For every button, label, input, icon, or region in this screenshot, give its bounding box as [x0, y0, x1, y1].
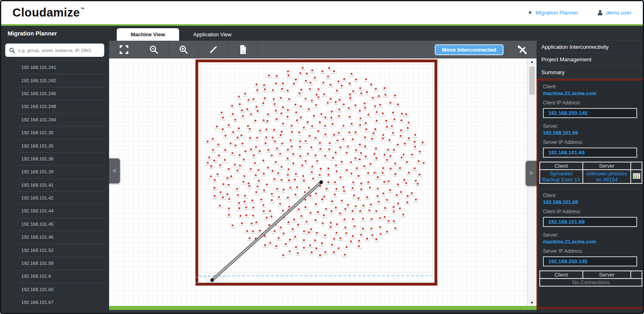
move-interconnected-button[interactable]: Move Interconnected [435, 44, 504, 55]
list-item[interactable]: 192.168.101.67 [1, 296, 109, 309]
svg-text:13.91.29: 13.91.29 [384, 162, 390, 163]
zoom-out-button[interactable] [139, 41, 169, 58]
svg-text:16.82.88: 16.82.88 [322, 217, 327, 218]
server-ip-field[interactable]: 192.168.101.69 [543, 148, 637, 158]
list-item[interactable]: 192.168.101.241 [1, 61, 109, 74]
search-input[interactable] [18, 48, 100, 53]
client-link[interactable]: 192.168.101.69 [543, 200, 639, 205]
topology-canvas[interactable]: 10.00.011.37.1312.64.2613.91.3914.28.521… [109, 58, 527, 306]
connection-tool-button[interactable] [198, 41, 228, 58]
client-process-link[interactable]: Symantec Backup Exec 15 [540, 170, 583, 183]
details-grid-icon[interactable] [633, 173, 640, 179]
svg-text:11.37.43: 11.37.43 [410, 156, 415, 158]
tab-application-view[interactable]: Application View [179, 28, 246, 41]
svg-text:13.91.99: 13.91.99 [318, 144, 323, 146]
svg-text:14.28.12: 14.28.12 [374, 241, 379, 243]
list-item[interactable]: 192.168.101.249 [1, 113, 109, 126]
scroll-thumb[interactable] [529, 67, 535, 95]
svg-text:18.46.14: 18.46.14 [343, 229, 348, 231]
client-ip-field[interactable]: 192.168.250.145 [543, 108, 637, 118]
svg-text:13.91.89: 13.91.89 [359, 95, 364, 97]
svg-text:19.73.47: 19.73.47 [273, 112, 279, 114]
svg-text:14.28.2: 14.28.2 [227, 210, 231, 212]
settings-tools-button[interactable] [508, 41, 537, 58]
svg-text:19.73.7: 19.73.7 [227, 171, 231, 172]
list-item[interactable]: 192.168.101.42 [1, 191, 109, 204]
svg-text:15.55.75: 15.55.75 [320, 245, 325, 247]
list-item[interactable]: 192.168.101.44 [1, 204, 109, 217]
svg-text:14.28.52: 14.28.52 [374, 213, 379, 214]
svg-text:16.82.38: 16.82.38 [293, 81, 299, 83]
list-item[interactable]: 192.168.101.248 [1, 100, 109, 113]
svg-text:15.55.25: 15.55.25 [312, 118, 317, 119]
fit-to-screen-button[interactable] [109, 41, 139, 58]
svg-text:15.55.65: 15.55.65 [292, 221, 297, 223]
server-link[interactable]: machine.21.acme.com [543, 239, 639, 245]
svg-text:15.55.75: 15.55.75 [221, 199, 226, 201]
svg-text:16.82.78: 16.82.78 [285, 112, 291, 113]
svg-text:12.64.86: 12.64.86 [270, 139, 275, 141]
list-item[interactable]: 192.168.101.58 [1, 257, 109, 270]
svg-text:18.46.44: 18.46.44 [278, 137, 283, 138]
svg-text:11.37.93: 11.37.93 [397, 210, 402, 212]
list-item[interactable]: 192.168.101.6 [1, 270, 109, 283]
scroll-up-arrow[interactable]: ▲ [527, 58, 537, 65]
svg-text:17.19.41: 17.19.41 [372, 156, 377, 157]
svg-text:17.19.61: 17.19.61 [356, 177, 361, 179]
list-item[interactable]: 192.168.101.246 [1, 87, 109, 100]
list-item[interactable]: 192.168.101.242 [1, 74, 109, 87]
svg-text:18.46.74: 18.46.74 [406, 174, 411, 176]
product-menu-dropdown[interactable]: ▼ Migration Planner [528, 10, 578, 16]
svg-text:14.28.42: 14.28.42 [261, 207, 266, 208]
search-box[interactable] [5, 44, 104, 57]
svg-text:16.82.8: 16.82.8 [285, 92, 290, 94]
section-header-summary[interactable]: Summary [537, 66, 644, 79]
svg-text:17.19.11: 17.19.11 [228, 145, 233, 147]
svg-text:17.19.51: 17.19.51 [293, 106, 298, 108]
list-item[interactable]: 192.168.101.45 [1, 218, 109, 231]
client-ip-field[interactable]: 192.168.101.69 [543, 217, 637, 227]
tab-machine-view[interactable]: Machine View [117, 28, 179, 41]
svg-text:18.46.44: 18.46.44 [337, 111, 342, 113]
list-item[interactable]: 192.168.101.35 [1, 139, 109, 152]
svg-text:12.64.56: 12.64.56 [215, 128, 220, 130]
section-header-project-management[interactable]: Project Management [537, 53, 644, 66]
svg-text:15.55.75: 15.55.75 [386, 183, 392, 185]
server-link[interactable]: 192.168.101.69 [543, 130, 639, 136]
server-process-link[interactable]: unknown process on 49154 [583, 170, 631, 183]
svg-text:10.00.20: 10.00.20 [373, 108, 378, 110]
svg-text:19.73.87: 19.73.87 [229, 107, 235, 109]
svg-text:10.00.30: 10.00.30 [349, 75, 354, 77]
svg-text:14.28.42: 14.28.42 [326, 78, 331, 80]
list-item[interactable]: 192.168.101.52 [1, 243, 109, 256]
svg-text:19.73.27: 19.73.27 [332, 196, 338, 198]
svg-text:12.64.36: 12.64.36 [374, 123, 380, 124]
user-menu[interactable]: demo user [597, 10, 632, 16]
svg-text:10.00.10: 10.00.10 [367, 212, 372, 214]
list-item[interactable]: 192.168.101.36 [1, 152, 109, 165]
collapse-sidebar-tab[interactable]: < [109, 158, 120, 183]
list-item[interactable]: 192.168.101.60 [1, 283, 109, 296]
svg-text:13.91.59: 13.91.59 [285, 177, 291, 178]
scroll-down-arrow[interactable]: ▼ [527, 299, 537, 306]
section-header-application-interconnectivity[interactable]: Application Interconnectivity [537, 40, 644, 53]
svg-text:11.37.33: 11.37.33 [349, 125, 354, 127]
client-link[interactable]: machine.21.acme.com [543, 91, 639, 96]
collapse-panel-tab[interactable]: > [526, 161, 537, 186]
svg-text:19.73.77: 19.73.77 [376, 98, 382, 99]
svg-text:17.19.51: 17.19.51 [301, 182, 307, 184]
connection-detail: Client: 192.168.101.69 Client IP Address… [543, 193, 639, 287]
svg-text:10.00.70: 10.00.70 [322, 96, 327, 98]
server-ip-field[interactable]: 192.168.250.145 [543, 256, 637, 266]
svg-text:13.91.59: 13.91.59 [341, 106, 347, 108]
list-item[interactable]: 192.168.101.41 [1, 179, 109, 191]
zoom-in-button[interactable] [169, 41, 198, 58]
svg-text:15.55.85: 15.55.85 [247, 131, 252, 132]
client-ip-label: Client IP Address: [543, 209, 639, 214]
connections-table-empty: Client Server No Connections [539, 270, 642, 287]
list-item[interactable]: 192.168.101.46 [1, 231, 109, 243]
list-item[interactable]: 192.168.101.30 [1, 126, 109, 139]
svg-text:19.73.37: 19.73.37 [281, 235, 286, 237]
list-item[interactable]: 192.168.101.39 [1, 165, 109, 178]
clear-canvas-button[interactable] [228, 41, 258, 58]
